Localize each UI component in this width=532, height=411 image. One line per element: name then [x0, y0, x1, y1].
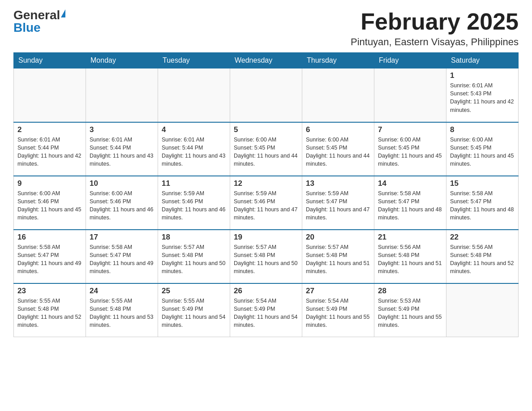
- logo-general: General: [13, 9, 60, 21]
- day-info: Sunrise: 5:59 AM Sunset: 5:46 PM Dayligh…: [234, 189, 298, 222]
- day-number: 27: [306, 287, 370, 295]
- table-row: 24Sunrise: 5:55 AM Sunset: 5:48 PM Dayli…: [86, 283, 158, 337]
- day-info: Sunrise: 5:58 AM Sunset: 5:47 PM Dayligh…: [378, 189, 442, 222]
- day-number: 24: [90, 287, 154, 295]
- day-number: 12: [234, 179, 298, 188]
- day-number: 7: [378, 125, 442, 134]
- location-title: Pintuyan, Eastern Visayas, Philippines: [351, 36, 519, 48]
- day-number: 23: [17, 287, 82, 295]
- day-number: 18: [162, 233, 226, 242]
- day-info: Sunrise: 5:58 AM Sunset: 5:47 PM Dayligh…: [90, 243, 154, 276]
- table-row: 17Sunrise: 5:58 AM Sunset: 5:47 PM Dayli…: [86, 230, 158, 283]
- day-number: 10: [90, 179, 154, 188]
- day-number: 28: [378, 287, 442, 295]
- day-info: Sunrise: 5:56 AM Sunset: 5:48 PM Dayligh…: [378, 243, 442, 276]
- table-row: 7Sunrise: 6:00 AM Sunset: 5:45 PM Daylig…: [374, 122, 446, 176]
- calendar-week-row: 1Sunrise: 6:01 AM Sunset: 5:43 PM Daylig…: [14, 68, 519, 122]
- month-title: February 2025: [351, 9, 519, 34]
- day-number: 20: [306, 233, 370, 242]
- col-saturday: Saturday: [446, 53, 519, 68]
- day-number: 3: [90, 125, 154, 134]
- logo: General Blue: [13, 9, 65, 34]
- day-number: 14: [378, 179, 442, 188]
- day-number: 26: [234, 287, 298, 295]
- day-number: 16: [17, 233, 82, 242]
- logo-blue: Blue: [13, 21, 41, 34]
- page-header: General Blue February 2025 Pintuyan, Eas…: [13, 9, 519, 48]
- day-info: Sunrise: 6:00 AM Sunset: 5:45 PM Dayligh…: [234, 136, 298, 168]
- table-row: 26Sunrise: 5:54 AM Sunset: 5:49 PM Dayli…: [230, 283, 302, 337]
- table-row: 27Sunrise: 5:54 AM Sunset: 5:49 PM Dayli…: [302, 283, 374, 337]
- table-row: 11Sunrise: 5:59 AM Sunset: 5:46 PM Dayli…: [158, 176, 230, 230]
- day-number: 21: [378, 233, 442, 242]
- day-number: 1: [450, 71, 515, 80]
- calendar-table: Sunday Monday Tuesday Wednesday Thursday…: [13, 52, 519, 337]
- day-info: Sunrise: 5:55 AM Sunset: 5:48 PM Dayligh…: [17, 297, 82, 330]
- day-info: Sunrise: 5:53 AM Sunset: 5:49 PM Dayligh…: [378, 297, 442, 330]
- calendar-week-row: 23Sunrise: 5:55 AM Sunset: 5:48 PM Dayli…: [14, 283, 519, 337]
- day-info: Sunrise: 5:59 AM Sunset: 5:46 PM Dayligh…: [162, 189, 226, 222]
- table-row: 9Sunrise: 6:00 AM Sunset: 5:46 PM Daylig…: [14, 176, 86, 230]
- table-row: [302, 68, 374, 122]
- calendar-week-row: 9Sunrise: 6:00 AM Sunset: 5:46 PM Daylig…: [14, 176, 519, 230]
- table-row: [446, 283, 519, 337]
- day-info: Sunrise: 6:00 AM Sunset: 5:45 PM Dayligh…: [306, 136, 370, 168]
- day-info: Sunrise: 5:58 AM Sunset: 5:47 PM Dayligh…: [450, 189, 515, 222]
- table-row: 4Sunrise: 6:01 AM Sunset: 5:44 PM Daylig…: [158, 122, 230, 176]
- day-info: Sunrise: 5:57 AM Sunset: 5:48 PM Dayligh…: [306, 243, 370, 276]
- day-info: Sunrise: 6:00 AM Sunset: 5:46 PM Dayligh…: [17, 189, 82, 222]
- day-info: Sunrise: 6:01 AM Sunset: 5:44 PM Dayligh…: [17, 136, 82, 168]
- col-tuesday: Tuesday: [158, 53, 230, 68]
- title-section: February 2025 Pintuyan, Eastern Visayas,…: [351, 9, 519, 48]
- table-row: 16Sunrise: 5:58 AM Sunset: 5:47 PM Dayli…: [14, 230, 86, 283]
- day-info: Sunrise: 5:54 AM Sunset: 5:49 PM Dayligh…: [234, 297, 298, 330]
- day-info: Sunrise: 5:57 AM Sunset: 5:48 PM Dayligh…: [234, 243, 298, 276]
- day-info: Sunrise: 5:57 AM Sunset: 5:48 PM Dayligh…: [162, 243, 226, 276]
- day-info: Sunrise: 5:58 AM Sunset: 5:47 PM Dayligh…: [17, 243, 82, 276]
- table-row: 20Sunrise: 5:57 AM Sunset: 5:48 PM Dayli…: [302, 230, 374, 283]
- day-number: 25: [162, 287, 226, 295]
- col-monday: Monday: [86, 53, 158, 68]
- day-number: 4: [162, 125, 226, 134]
- table-row: 25Sunrise: 5:55 AM Sunset: 5:49 PM Dayli…: [158, 283, 230, 337]
- calendar-week-row: 16Sunrise: 5:58 AM Sunset: 5:47 PM Dayli…: [14, 230, 519, 283]
- day-number: 22: [450, 233, 515, 242]
- day-number: 13: [306, 179, 370, 188]
- table-row: 6Sunrise: 6:00 AM Sunset: 5:45 PM Daylig…: [302, 122, 374, 176]
- table-row: 2Sunrise: 6:01 AM Sunset: 5:44 PM Daylig…: [14, 122, 86, 176]
- table-row: [158, 68, 230, 122]
- col-friday: Friday: [374, 53, 446, 68]
- day-info: Sunrise: 6:01 AM Sunset: 5:43 PM Dayligh…: [450, 81, 515, 114]
- table-row: [230, 68, 302, 122]
- day-number: 17: [90, 233, 154, 242]
- day-number: 11: [162, 179, 226, 188]
- col-sunday: Sunday: [14, 53, 86, 68]
- day-number: 19: [234, 233, 298, 242]
- day-info: Sunrise: 5:55 AM Sunset: 5:49 PM Dayligh…: [162, 297, 226, 330]
- table-row: 22Sunrise: 5:56 AM Sunset: 5:48 PM Dayli…: [446, 230, 519, 283]
- day-info: Sunrise: 6:00 AM Sunset: 5:46 PM Dayligh…: [90, 189, 154, 222]
- table-row: [86, 68, 158, 122]
- day-info: Sunrise: 6:01 AM Sunset: 5:44 PM Dayligh…: [90, 136, 154, 168]
- day-number: 9: [17, 179, 82, 188]
- table-row: [14, 68, 86, 122]
- day-info: Sunrise: 5:54 AM Sunset: 5:49 PM Dayligh…: [306, 297, 370, 330]
- table-row: 18Sunrise: 5:57 AM Sunset: 5:48 PM Dayli…: [158, 230, 230, 283]
- table-row: 3Sunrise: 6:01 AM Sunset: 5:44 PM Daylig…: [86, 122, 158, 176]
- day-info: Sunrise: 6:01 AM Sunset: 5:44 PM Dayligh…: [162, 136, 226, 168]
- table-row: 15Sunrise: 5:58 AM Sunset: 5:47 PM Dayli…: [446, 176, 519, 230]
- day-number: 8: [450, 125, 515, 134]
- day-info: Sunrise: 6:00 AM Sunset: 5:45 PM Dayligh…: [450, 136, 515, 168]
- calendar-week-row: 2Sunrise: 6:01 AM Sunset: 5:44 PM Daylig…: [14, 122, 519, 176]
- logo-triangle-icon: [61, 9, 65, 17]
- table-row: 21Sunrise: 5:56 AM Sunset: 5:48 PM Dayli…: [374, 230, 446, 283]
- day-info: Sunrise: 5:55 AM Sunset: 5:48 PM Dayligh…: [90, 297, 154, 330]
- table-row: 23Sunrise: 5:55 AM Sunset: 5:48 PM Dayli…: [14, 283, 86, 337]
- table-row: 28Sunrise: 5:53 AM Sunset: 5:49 PM Dayli…: [374, 283, 446, 337]
- col-wednesday: Wednesday: [230, 53, 302, 68]
- table-row: 12Sunrise: 5:59 AM Sunset: 5:46 PM Dayli…: [230, 176, 302, 230]
- calendar-header-row: Sunday Monday Tuesday Wednesday Thursday…: [14, 53, 519, 68]
- table-row: 5Sunrise: 6:00 AM Sunset: 5:45 PM Daylig…: [230, 122, 302, 176]
- day-number: 6: [306, 125, 370, 134]
- day-info: Sunrise: 5:59 AM Sunset: 5:47 PM Dayligh…: [306, 189, 370, 222]
